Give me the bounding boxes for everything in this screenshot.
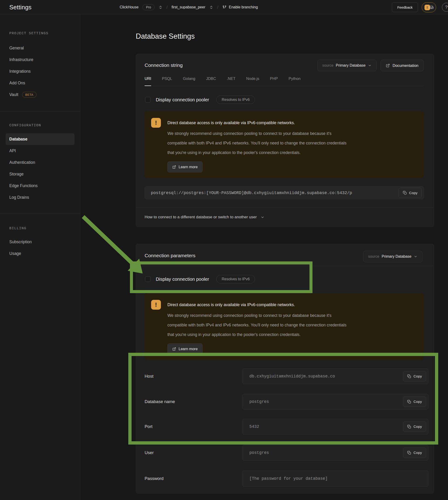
annotation-box-parameters xyxy=(128,353,438,445)
connection-string-heading: Connection string xyxy=(144,63,183,68)
tab-dotnet[interactable]: .NET xyxy=(227,76,236,86)
sidebar-section-billing: BILLING xyxy=(9,226,27,231)
display-connection-pooler-checkbox[interactable] xyxy=(145,97,151,102)
password-label: Password xyxy=(144,476,163,481)
sidebar-item-subscription[interactable]: Subscription xyxy=(0,236,80,248)
source-select-prefix: source xyxy=(322,63,334,67)
password-placeholder: [The password for your database] xyxy=(249,476,328,481)
learn-more-button[interactable]: Learn more xyxy=(167,162,203,172)
tab-psql[interactable]: PSQL xyxy=(162,76,172,86)
tab-jdbc[interactable]: JDBC xyxy=(206,76,216,86)
beta-badge: BETA xyxy=(22,92,37,98)
chevron-down-icon xyxy=(261,215,265,219)
user-field-row: User postgres Copy xyxy=(144,445,429,461)
page-title: Settings xyxy=(9,0,32,15)
sidebar-item-add-ons[interactable]: Add Ons xyxy=(0,77,80,89)
chevron-down-icon xyxy=(414,255,417,258)
sidebar-item-authentication[interactable]: Authentication xyxy=(0,157,80,168)
notifications-button[interactable]: ! xyxy=(422,2,436,12)
chevrons-up-down-icon[interactable] xyxy=(209,5,213,9)
enable-branching-label: Enable branching xyxy=(229,5,258,9)
annotation-arrow-shaft xyxy=(82,215,135,266)
copy-user-button[interactable]: Copy xyxy=(403,448,426,458)
tab-uri[interactable]: URI xyxy=(144,76,151,86)
password-input[interactable]: [The password for your database] xyxy=(242,470,429,487)
source-select[interactable]: source Primary Database xyxy=(317,60,377,71)
learn-more-label: Learn more xyxy=(179,165,198,169)
warning-icon: ! xyxy=(151,300,161,310)
sidebar-item-vault[interactable]: Vault BETA xyxy=(0,89,80,100)
learn-more-label: Learn more xyxy=(179,347,198,351)
documentation-button[interactable]: Documentation xyxy=(381,60,424,71)
tab-php[interactable]: PHP xyxy=(270,76,278,86)
plan-badge: Pro xyxy=(143,4,155,10)
documentation-label: Documentation xyxy=(393,63,418,68)
connection-parameters-heading: Connection parameters xyxy=(144,253,195,258)
tab-golang[interactable]: Golang xyxy=(183,76,195,86)
sidebar-divider xyxy=(0,111,80,112)
help-button[interactable]: ? xyxy=(442,3,448,12)
external-link-icon xyxy=(386,64,390,67)
feedback-button[interactable]: Feedback xyxy=(392,2,418,12)
warning-body: We strongly recommend using connection p… xyxy=(167,311,349,339)
warning-body: We strongly recommend using connection p… xyxy=(167,129,349,157)
source-select-prefix: source xyxy=(368,254,379,259)
display-connection-pooler-label: Display connection pooler xyxy=(156,97,209,102)
connection-uri-field[interactable]: postgresql://postgres:[YOUR-PASSWORD]@db… xyxy=(144,186,424,199)
git-branch-icon xyxy=(222,5,226,9)
copy-icon xyxy=(403,191,407,195)
warning-title: Direct database access is only available… xyxy=(167,302,349,308)
copy-label: Copy xyxy=(409,191,417,195)
top-bar: Settings ClickHouse Pro / first_supabase… xyxy=(0,0,448,15)
copy-uri-button[interactable]: Copy xyxy=(399,188,422,198)
breadcrumb-project[interactable]: first_supabase_peer xyxy=(172,5,205,9)
settings-page: Settings ClickHouse Pro / first_supabase… xyxy=(0,0,448,500)
sidebar-item-database[interactable]: Database xyxy=(6,133,75,145)
breadcrumb: ClickHouse Pro / first_supabase_peer / E… xyxy=(120,0,258,15)
sidebar-divider xyxy=(0,214,80,214)
sidebar-item-infrastructure[interactable]: Infrastructure xyxy=(0,54,80,66)
breadcrumb-org[interactable]: ClickHouse xyxy=(120,5,139,9)
source-select[interactable]: source Primary Database xyxy=(363,251,422,262)
chevrons-up-down-icon[interactable] xyxy=(159,5,162,9)
source-select-value: Primary Database xyxy=(336,63,366,67)
warning-title: Direct database access is only available… xyxy=(167,120,349,126)
connection-string-card: Connection string source Primary Databas… xyxy=(136,54,434,227)
inbox-icon xyxy=(429,5,433,10)
warning-icon: ! xyxy=(151,118,161,128)
external-link-icon xyxy=(172,165,176,169)
connection-uri-value: postgresql://postgres:[YOUR-PASSWORD]@db… xyxy=(151,191,352,195)
resolves-to-ipv6-badge: Resolves to IPv6 xyxy=(216,96,255,104)
enable-branching-button[interactable]: Enable branching xyxy=(222,5,258,9)
copy-label: Copy xyxy=(414,450,422,455)
user-input[interactable]: postgres Copy xyxy=(242,445,429,461)
sidebar-item-usage[interactable]: Usage xyxy=(0,248,80,259)
breadcrumb-separator: / xyxy=(217,5,218,10)
ipv6-warning-banner: ! Direct database access is only availab… xyxy=(144,293,424,360)
copy-icon xyxy=(407,451,411,455)
tab-python[interactable]: Python xyxy=(288,76,300,86)
sidebar-item-storage[interactable]: Storage xyxy=(0,168,80,180)
ipv6-warning-banner: ! Direct database access is only availab… xyxy=(144,111,424,178)
database-settings-title: Database Settings xyxy=(136,32,195,41)
sidebar-section-configuration: CONFIGURATION xyxy=(9,123,41,127)
sidebar-item-api[interactable]: API xyxy=(0,145,80,157)
sidebar-item-log-drains[interactable]: Log Drains xyxy=(0,192,80,203)
external-link-icon xyxy=(172,347,176,351)
annotation-box-pooler xyxy=(130,261,312,293)
user-value: postgres xyxy=(249,450,269,455)
connect-different-database-label: How to connect to a different database o… xyxy=(144,215,257,219)
tab-nodejs[interactable]: Node.js xyxy=(246,76,259,86)
sidebar-item-vault-label: Vault xyxy=(9,92,18,97)
chevron-down-icon xyxy=(368,64,372,67)
sidebar-section-project-settings: PROJECT SETTINGS xyxy=(9,32,48,35)
sidebar-item-edge-functions[interactable]: Edge Functions xyxy=(0,180,80,192)
source-select-value: Primary Database xyxy=(382,254,411,259)
sidebar-item-general[interactable]: General xyxy=(0,42,80,54)
settings-sidebar: PROJECT SETTINGS General Infrastructure … xyxy=(0,15,80,500)
connection-string-tabs: URI PSQL Golang JDBC .NET Node.js PHP Py… xyxy=(144,76,424,86)
user-label: User xyxy=(144,450,154,455)
connect-different-database-link[interactable]: How to connect to a different database o… xyxy=(136,207,434,227)
password-field-row: Password [The password for your database… xyxy=(144,470,429,487)
sidebar-item-integrations[interactable]: Integrations xyxy=(0,66,80,77)
